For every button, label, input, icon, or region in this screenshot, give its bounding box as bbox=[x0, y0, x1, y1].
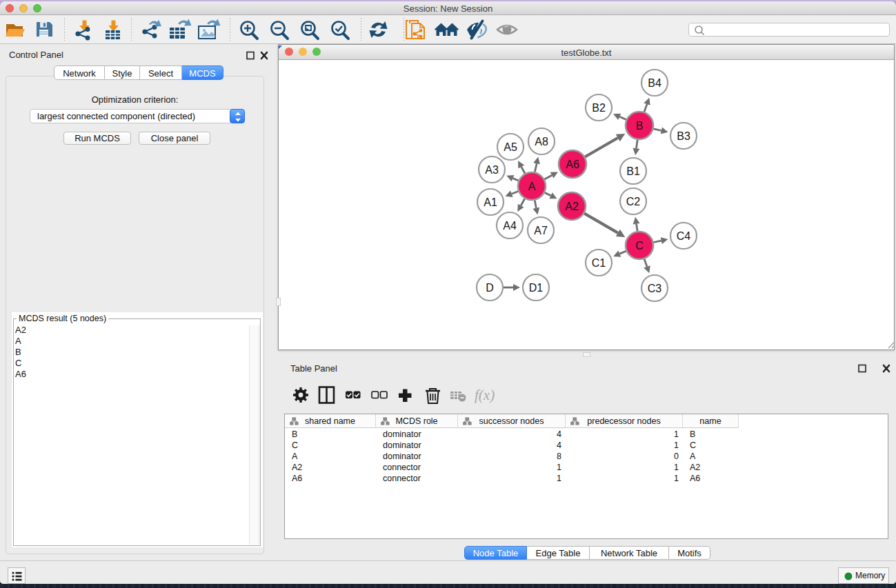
svg-text:A5: A5 bbox=[504, 141, 517, 153]
svg-text:D: D bbox=[486, 282, 494, 294]
svg-text:A7: A7 bbox=[534, 225, 548, 236]
svg-text:B: B bbox=[636, 120, 644, 132]
svg-text:C2: C2 bbox=[626, 196, 641, 207]
svg-text:A4: A4 bbox=[503, 220, 517, 232]
svg-text:A8: A8 bbox=[535, 136, 548, 148]
svg-text:A1: A1 bbox=[484, 196, 497, 208]
svg-text:C: C bbox=[635, 240, 644, 252]
svg-text:C3: C3 bbox=[648, 283, 662, 294]
svg-text:B1: B1 bbox=[626, 165, 640, 177]
svg-text:B4: B4 bbox=[648, 77, 661, 89]
svg-text:A: A bbox=[528, 181, 536, 192]
svg-text:A3: A3 bbox=[485, 164, 499, 176]
svg-text:C1: C1 bbox=[592, 257, 606, 269]
svg-text:B2: B2 bbox=[592, 102, 606, 114]
svg-text:A2: A2 bbox=[565, 201, 579, 212]
svg-text:C4: C4 bbox=[677, 230, 691, 242]
svg-text:D1: D1 bbox=[529, 282, 544, 294]
svg-text:f(x): f(x) bbox=[475, 387, 495, 403]
svg-text:A6: A6 bbox=[566, 159, 579, 170]
svg-text:B3: B3 bbox=[677, 130, 690, 142]
